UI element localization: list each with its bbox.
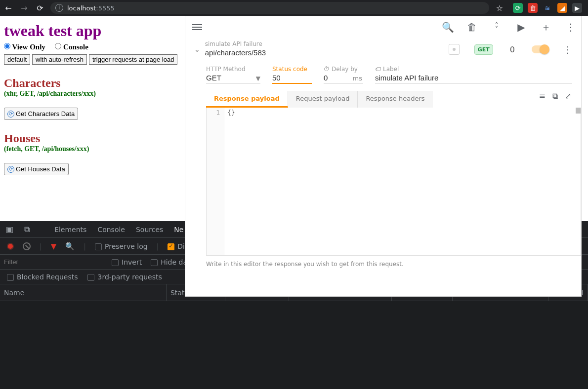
device-toggle-icon[interactable]: ⧉	[24, 225, 30, 234]
hamburger-menu-icon[interactable]	[192, 24, 202, 30]
method-badge: GET	[474, 44, 493, 55]
extension-icon[interactable]: ◢	[557, 3, 567, 13]
add-icon[interactable]: ＋	[541, 21, 551, 34]
url-port: :5555	[96, 4, 114, 12]
http-method-select[interactable]	[206, 73, 260, 83]
mode-button[interactable]: trigger requests at page load	[89, 54, 178, 65]
filter-toggle-icon[interactable]: ▼	[51, 242, 57, 251]
more-icon[interactable]: ⋮	[565, 21, 576, 33]
tab-response-payload[interactable]: Response payload	[206, 91, 288, 108]
site-info-icon[interactable]: i	[55, 4, 63, 12]
tab-sources[interactable]: Sources	[136, 226, 163, 233]
mode-button[interactable]: with auto-refresh	[32, 54, 87, 65]
forward-icon: →	[19, 3, 30, 13]
view-only-radio[interactable]: View Only	[4, 43, 45, 51]
tab-console[interactable]: Console	[97, 226, 125, 233]
clear-all-icon[interactable]: 🗑	[466, 21, 477, 33]
collapse-icon[interactable]: ˄˅	[491, 23, 502, 31]
tab-request-payload[interactable]: Request payload	[288, 91, 358, 108]
clear-button[interactable]	[23, 242, 31, 250]
tag-icon: 🏷	[375, 66, 381, 73]
invert-checkbox[interactable]: Invert	[112, 258, 142, 266]
label-field[interactable]: 🏷Label	[375, 66, 572, 84]
console-radio[interactable]: Console	[55, 43, 88, 51]
extension-icon[interactable]: 🗑	[528, 3, 538, 13]
bookmark-star-icon[interactable]: ☆	[494, 3, 505, 13]
response-editor[interactable]: 1 {}	[206, 108, 581, 256]
enable-toggle[interactable]	[532, 45, 548, 53]
tab-response-headers[interactable]: Response headers	[358, 91, 432, 108]
get-houses-button[interactable]: ⟳Get Houses Data	[4, 163, 69, 175]
delay-field[interactable]: ⏱Delay by ms	[324, 66, 363, 84]
back-icon[interactable]: ←	[3, 3, 14, 13]
payload-tabs: Response payload Request payload Respons…	[206, 91, 433, 108]
hit-count: 0	[510, 45, 515, 54]
tab-elements[interactable]: Elements	[54, 226, 86, 233]
browser-address-bar: ← → ⟳ i localhost:5555 ☆ ⟳🗑≋◢▶	[0, 0, 588, 16]
column-header[interactable]: Name	[0, 284, 167, 301]
search-icon[interactable]: 🔍	[65, 242, 75, 251]
request-fields: HTTP Method ▼ Status code ⏱Delay by ms 🏷…	[185, 61, 581, 84]
target-icon[interactable]	[449, 44, 460, 55]
expand-toggle-icon[interactable]: ⌄	[194, 45, 200, 53]
format-icon[interactable]: ≡	[539, 91, 546, 101]
editor-hint: Write in this editor the response you wi…	[185, 256, 581, 272]
record-button[interactable]	[7, 243, 14, 250]
status-code-field[interactable]: Status code	[272, 66, 312, 84]
http-method-field[interactable]: HTTP Method ▼	[206, 66, 260, 84]
tweak-extension-panel: 🔍 🗑 ˄˅ ▶ ＋ ⋮ ⌄ simulate API failure GET …	[185, 16, 582, 297]
refresh-icon: ⟳	[7, 111, 14, 117]
tab-network[interactable]: Ne	[174, 226, 183, 233]
request-row: ⌄ simulate API failure GET 0 ⋮	[185, 38, 581, 61]
third-party-checkbox[interactable]: 3rd-party requests	[87, 273, 162, 281]
label-input[interactable]	[375, 73, 572, 83]
panel-toolbar: 🔍 🗑 ˄˅ ▶ ＋ ⋮	[185, 16, 581, 38]
timer-icon: ⏱	[324, 66, 330, 73]
dropdown-icon[interactable]: ▼	[256, 75, 260, 82]
blocked-requests-checkbox[interactable]: Blocked Requests	[7, 273, 78, 281]
preserve-log-checkbox[interactable]: Preserve log	[95, 242, 148, 250]
search-icon[interactable]: 🔍	[442, 21, 453, 33]
expand-editor-icon[interactable]: ⤢	[565, 91, 571, 101]
filter-input[interactable]	[4, 258, 103, 266]
play-icon[interactable]: ▶	[516, 21, 527, 33]
hide-data-checkbox[interactable]: Hide dat	[151, 258, 190, 266]
request-label: simulate API failure	[205, 40, 444, 47]
editor-body[interactable]: {}	[224, 108, 238, 255]
network-table-body	[0, 301, 588, 389]
editor-scrollbar[interactable]	[576, 108, 581, 114]
refresh-icon: ⟳	[7, 166, 14, 173]
request-more-icon[interactable]: ⋮	[563, 44, 572, 55]
reload-icon[interactable]: ⟳	[35, 3, 45, 13]
request-url-input[interactable]	[205, 47, 444, 58]
extension-icon[interactable]: ⟳	[513, 3, 523, 13]
copy-icon[interactable]: ⧉	[552, 91, 558, 101]
extension-icon[interactable]: ▶	[572, 3, 582, 13]
url-bar[interactable]: i localhost:5555	[50, 2, 489, 14]
editor-gutter: 1	[207, 108, 224, 255]
delay-unit: ms	[353, 75, 362, 82]
inspect-icon[interactable]: ▣	[6, 225, 13, 234]
get-characters-button[interactable]: ⟳Get Characters Data	[4, 108, 78, 120]
status-code-input[interactable]	[272, 73, 312, 84]
mode-button[interactable]: default	[4, 54, 30, 65]
extension-icon[interactable]: ≋	[543, 3, 552, 13]
extension-icons: ⟳🗑≋◢▶	[510, 3, 585, 13]
url-host: localhost	[67, 4, 96, 12]
